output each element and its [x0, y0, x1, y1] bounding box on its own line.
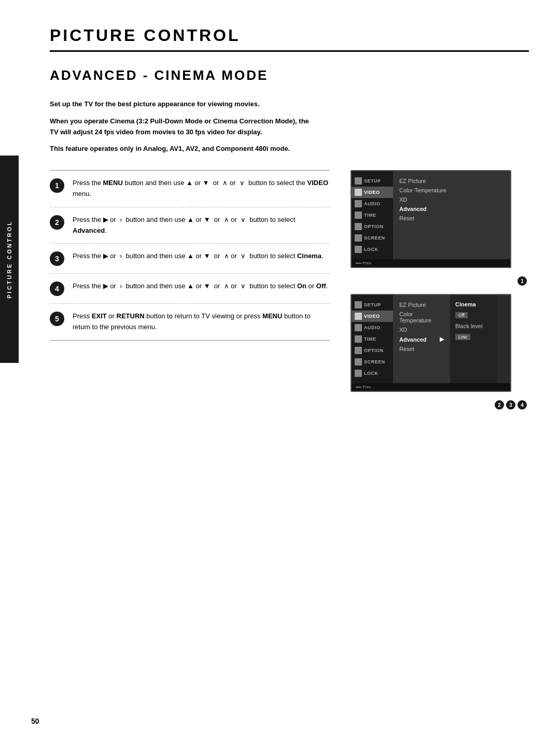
tv-footer-1: ▪▪▪▪ Prev. [352, 259, 510, 267]
tv-sidebar-option: OPTION [352, 221, 393, 232]
tv-sidebar-audio: AUDIO [352, 198, 393, 209]
tv-sidebar2-screen: SCREEN [352, 356, 393, 368]
tv-main-1: EZ Picture Color Temperature XD Advanced… [393, 171, 510, 259]
intro-para3: This feature operates only in Analog, AV… [50, 144, 319, 154]
steps-list: 1 Press the MENU button and then use ▲ o… [50, 170, 330, 410]
tv-sidebar-setup: SETUP [352, 175, 393, 187]
intro-para2: When you operate Cinema (3:2 Pull-Down M… [50, 116, 319, 138]
callout-1-row: 1 [351, 276, 527, 286]
tv-menu-inner-1: SETUP VIDEO AUDIO TIME [352, 171, 510, 259]
step-text-2: Press the ▶ or › button and then use ▲ o… [73, 215, 330, 236]
tv-item-xd-2: XD [399, 325, 444, 334]
step-number-3: 3 [50, 251, 64, 266]
screenshots-area: SETUP VIDEO AUDIO TIME [351, 170, 527, 410]
tv-sidebar-time: TIME [352, 209, 393, 221]
tv-sidebar2-setup: SETUP [352, 299, 393, 311]
tv-sidebar-1: SETUP VIDEO AUDIO TIME [352, 171, 393, 259]
tv-main-2: EZ Picture Color Temperature XD Advanced… [393, 295, 450, 383]
tv-sidebar2-video: VIDEO [352, 311, 393, 322]
section-title: ADVANCED - CINEMA MODE [50, 67, 529, 83]
tv-sub-menu: Cinema Off Black level Low [450, 295, 497, 383]
tv-value-off: Off [455, 312, 468, 318]
step-number-1: 1 [50, 178, 64, 193]
step-text-5: Press EXIT or RETURN button to return to… [73, 311, 330, 333]
step-row-5: 5 Press EXIT or RETURN button to return … [50, 304, 330, 341]
main-content: PICTURE CONTROL ADVANCED - CINEMA MODE S… [19, 0, 560, 435]
tv-item-ezpicture-1: EZ Picture [399, 176, 504, 186]
step-number-2: 2 [50, 215, 64, 230]
callout-2: 2 [495, 400, 504, 410]
step-number-5: 5 [50, 312, 64, 326]
tv-item-reset-2: Reset [399, 344, 444, 354]
step-row-3: 3 Press the ▶ or › button and then use ▲… [50, 244, 330, 274]
tv-sidebar2-time: TIME [352, 333, 393, 345]
tv-sidebar2-lock: LOCK [352, 368, 393, 379]
callout-234-row: 2 3 4 [351, 400, 527, 410]
tv-screenshot-2: SETUP VIDEO AUDIO TIME [351, 294, 511, 392]
tv-sidebar-screen: SCREEN [352, 232, 393, 244]
step-text-4: Press the ▶ or › button and then use ▲ o… [73, 281, 330, 292]
page-title: PICTURE CONTROL [50, 26, 529, 52]
callout-4: 4 [517, 400, 527, 410]
step-row-1: 1 Press the MENU button and then use ▲ o… [50, 171, 330, 207]
step-text-3: Press the ▶ or › button and then use ▲ o… [73, 251, 330, 262]
step-row-2: 2 Press the ▶ or › button and then use ▲… [50, 207, 330, 244]
tv-sidebar2-option: OPTION [352, 345, 393, 356]
sidebar-label: PICTURE CONTROL [0, 156, 19, 363]
tv-sidebar-video: VIDEO [352, 187, 393, 198]
tv-footer-2: ▪▪▪▪ Prev . [352, 383, 510, 391]
page-container: PICTURE CONTROL PICTURE CONTROL ADVANCED… [0, 0, 560, 746]
tv-screenshot-1: SETUP VIDEO AUDIO TIME [351, 170, 511, 268]
tv-sidebar-2: SETUP VIDEO AUDIO TIME [352, 295, 393, 383]
tv-item-colortemp-2: Color Temperature [399, 309, 444, 325]
tv-sub-blacklevel: Black level [455, 322, 492, 330]
callout-3: 3 [506, 400, 515, 410]
steps-area: 1 Press the MENU button and then use ▲ o… [50, 170, 529, 410]
tv-sidebar-lock: LOCK [352, 244, 393, 255]
tv-menu-inner-2: SETUP VIDEO AUDIO TIME [352, 295, 510, 383]
tv-item-advanced-2: Advanced ▶ [399, 334, 444, 344]
page-number: 50 [31, 717, 39, 725]
tv-item-ezpicture-2: EZ Picture [399, 300, 444, 309]
step-row-4: 4 Press the ▶ or › button and then use ▲… [50, 274, 330, 304]
tv-item-reset-1: Reset [399, 214, 504, 223]
tv-value-low: Low [455, 334, 470, 340]
step-number-4: 4 [50, 281, 64, 296]
callout-1: 1 [517, 276, 527, 286]
tv-sub-cinema: Cinema [455, 300, 492, 308]
tv-item-xd-1: XD [399, 195, 504, 204]
intro-para1: Set up the TV for the best picture appea… [50, 99, 319, 110]
tv-item-colortemp-1: Color Temperature [399, 186, 504, 195]
tv-item-advanced-1: Advanced [399, 204, 504, 214]
tv-sidebar2-audio: AUDIO [352, 322, 393, 333]
step-text-1: Press the MENU button and then use ▲ or … [73, 178, 330, 200]
